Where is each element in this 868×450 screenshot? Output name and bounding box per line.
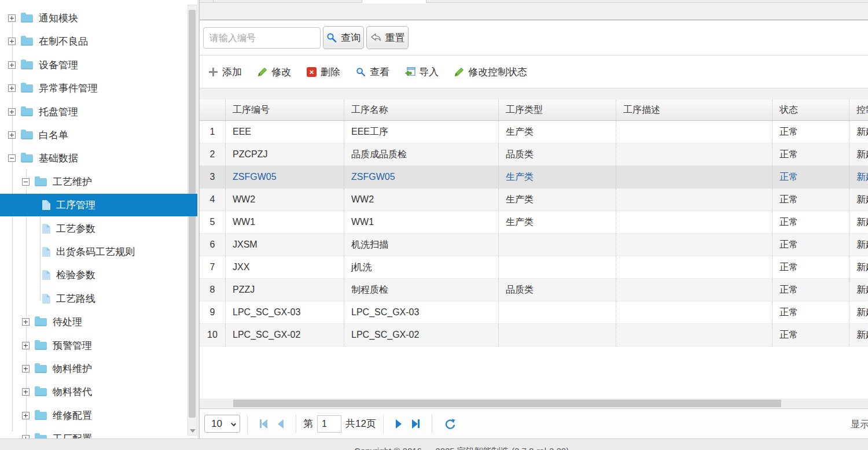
table-cell: 正常 (773, 211, 849, 233)
folder-icon (35, 318, 47, 326)
active-tab[interactable] (362, 0, 426, 3)
toolbar-button[interactable]: 查看 (356, 65, 389, 79)
table-row[interactable]: 10LPC_SC_GX-02LPC_SC_GX-02正常新建 (200, 324, 868, 346)
pager-divider (247, 415, 248, 433)
table-cell: 新建 (849, 143, 868, 165)
expand-plus-icon[interactable] (8, 38, 16, 45)
sidebar-item[interactable]: 物料维护 (0, 357, 197, 380)
toolbar-button-label: 修改控制状态 (468, 65, 527, 79)
sidebar-item[interactable]: 待处理 (0, 311, 197, 333)
expand-plus-icon[interactable] (22, 435, 30, 438)
prev-page-button[interactable] (278, 419, 284, 429)
sidebar-item[interactable]: 设备管理 (0, 54, 197, 76)
table-cell: 新建 (849, 166, 868, 188)
sidebar-item[interactable]: 检验参数 (0, 264, 197, 286)
table-cell: 正常 (773, 234, 849, 256)
table-row[interactable]: 5WW1WW1生产类正常新建 (200, 211, 868, 234)
import-icon (405, 67, 415, 77)
table-row[interactable]: 1EEEEEE工序生产类正常新建 (200, 121, 868, 143)
expand-plus-icon[interactable] (22, 412, 30, 419)
sidebar-item[interactable]: 基础数据 (0, 147, 197, 169)
horizontal-scrollbar[interactable] (200, 399, 868, 408)
datagrid-header: 工序编号工序名称工序类型工序描述状态控制状态 (200, 99, 868, 121)
row-number-cell: 5 (200, 211, 226, 233)
sidebar-item[interactable]: 工艺路线 (0, 287, 197, 310)
toolbar-button-label: 查看 (370, 65, 389, 79)
query-button[interactable]: 查询 (323, 26, 364, 49)
table-row[interactable]: 6JXSM机洗扫描正常新建 (200, 234, 868, 256)
sidebar-item[interactable]: 异常事件管理 (0, 77, 197, 99)
sidebar-item[interactable]: 工序管理 (0, 194, 197, 216)
search-input[interactable] (203, 27, 321, 49)
folder-icon (21, 14, 33, 23)
sidebar-item[interactable]: 物料替代 (0, 381, 197, 403)
toolbar-button[interactable]: 添加 (208, 65, 242, 79)
reset-button[interactable]: 重置 (366, 26, 409, 49)
column-header[interactable]: 工序类型 (499, 99, 616, 120)
expand-plus-icon[interactable] (22, 342, 30, 349)
expand-plus-icon[interactable] (22, 318, 30, 326)
collapse-minus-icon[interactable] (22, 178, 30, 186)
table-cell: 正常 (773, 189, 849, 211)
sidebar-item-label: 物料替代 (53, 385, 92, 399)
toolbar-button[interactable]: 修改 (258, 65, 291, 79)
sidebar-item-label: 工序管理 (56, 198, 95, 212)
main-panel: 查询 重置 添加修改×删除查看导入修改控制状态 工序编号工序名称工序类型工序描述… (200, 0, 868, 438)
last-page-button[interactable] (412, 419, 420, 429)
refresh-icon (444, 418, 456, 430)
table-cell: 正常 (773, 301, 849, 323)
table-row[interactable]: 7JXXj机洗正常新建 (200, 256, 868, 279)
sidebar-item[interactable]: 在制不良品 (0, 30, 197, 53)
page-number-input[interactable] (317, 415, 341, 433)
sidebar-item[interactable]: 工厂配置 (0, 427, 197, 438)
pager-divider (383, 415, 384, 433)
undo-icon (370, 33, 381, 42)
toolbar-button[interactable]: ×删除 (307, 65, 340, 79)
table-row[interactable]: 2PZCPZJ品质成品质检品质类正常新建 (200, 143, 868, 166)
sidebar-item[interactable]: 工艺维护 (0, 171, 197, 193)
sidebar-item[interactable]: 预警管理 (0, 334, 197, 357)
column-header[interactable]: 工序描述 (616, 99, 773, 120)
sidebar-item[interactable]: 工艺参数 (0, 217, 197, 240)
expand-plus-icon[interactable] (8, 131, 16, 139)
column-header[interactable]: 工序名称 (344, 99, 499, 120)
toolbar-button[interactable]: 修改控制状态 (454, 65, 527, 79)
table-cell: 品质成品质检 (344, 143, 499, 165)
expand-plus-icon[interactable] (22, 365, 30, 372)
table-cell: 品质类 (499, 143, 616, 165)
table-row[interactable]: 9LPC_SC_GX-03LPC_SC_GX-03正常新建 (200, 301, 868, 324)
column-header[interactable]: 工序编号 (226, 99, 344, 120)
table-row[interactable]: 8PZZJ制程质检品质类正常新建 (200, 279, 868, 301)
sidebar-item[interactable]: 维修配置 (0, 404, 197, 427)
table-row[interactable]: 4WW2WW2生产类正常新建 (200, 189, 868, 211)
expand-plus-icon[interactable] (22, 388, 30, 396)
page-size-select[interactable]: 10 (204, 415, 240, 433)
row-number-cell: 1 (200, 121, 226, 143)
sidebar-item[interactable]: 托盘管理 (0, 101, 197, 123)
reset-button-label: 重置 (385, 31, 405, 45)
expand-plus-icon[interactable] (8, 108, 16, 116)
table-cell: WW1 (344, 211, 499, 233)
column-header[interactable]: 控制状态 (849, 99, 868, 120)
sidebar-item-label: 待处理 (53, 315, 82, 329)
toolbar-button-label: 修改 (271, 65, 291, 79)
pencil-icon (454, 67, 464, 77)
table-row[interactable]: 3ZSFGW05ZSFGW05生产类正常新建 (200, 166, 868, 189)
sidebar-item[interactable]: 通知模块 (0, 7, 197, 29)
sidebar-item-label: 基础数据 (39, 152, 78, 165)
collapse-minus-icon[interactable] (8, 154, 16, 162)
expand-plus-icon[interactable] (8, 14, 16, 22)
toolbar-button[interactable]: 导入 (405, 65, 439, 79)
pager-divider (432, 415, 432, 433)
refresh-button[interactable] (444, 418, 456, 430)
sidebar-item[interactable]: 出货条码工艺规则 (0, 241, 197, 263)
copyright-text: Copyright © 2016 — 2025 宝钒智能制造 (3.7.0-re… (354, 446, 569, 450)
column-header[interactable]: 状态 (773, 99, 849, 120)
expand-plus-icon[interactable] (8, 61, 16, 69)
first-page-button[interactable] (260, 419, 267, 429)
next-page-button[interactable] (396, 419, 402, 429)
sidebar-item[interactable]: 白名单 (0, 124, 197, 146)
table-cell (499, 301, 616, 323)
horizontal-scrollbar-thumb[interactable] (233, 400, 781, 407)
expand-plus-icon[interactable] (8, 84, 16, 92)
